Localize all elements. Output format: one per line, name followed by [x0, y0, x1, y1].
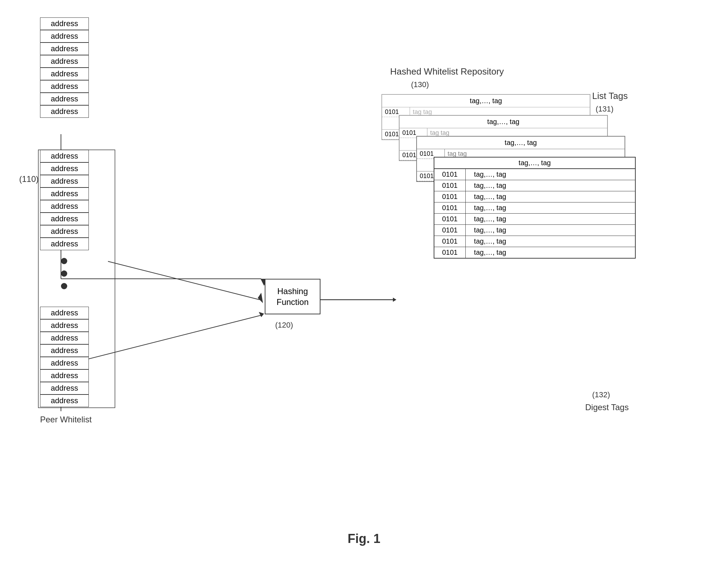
repo-row-1: 0101 tag,…, tag: [434, 169, 635, 180]
list-tags-number: (131): [596, 105, 613, 114]
hash-cell: 0101: [434, 214, 466, 224]
figure-caption: Fig. 1: [348, 531, 380, 546]
address-item: address: [40, 150, 89, 162]
tag-cell: tag,…, tag: [466, 236, 514, 247]
middle-address-group: address address address address address …: [40, 150, 89, 250]
address-item: address: [40, 17, 89, 30]
address-item: address: [40, 43, 89, 55]
hash-cell: 0101: [434, 191, 466, 202]
tag-cell: tag,…, tag: [466, 202, 514, 213]
dot-2: [61, 270, 67, 277]
address-item: address: [40, 307, 89, 319]
repo-row-7: 0101 tag,…, tag: [434, 236, 635, 247]
address-item: address: [40, 200, 89, 213]
top-address-group: address address address address address …: [40, 17, 89, 118]
address-item: address: [40, 68, 89, 80]
svg-line-7: [61, 315, 261, 366]
repo-row-4: 0101 tag,…, tag: [434, 202, 635, 214]
repo-header-top: tag,…, tag: [434, 158, 635, 169]
hashing-function-number: (120): [275, 321, 293, 330]
dot-1: [61, 258, 67, 264]
hash-cell: 0101: [434, 180, 466, 191]
list-tags-label: List Tags: [592, 91, 628, 101]
address-item: address: [40, 238, 89, 250]
tag-cell: tag,…, tag: [466, 214, 514, 224]
address-item: address: [40, 332, 89, 344]
address-item: address: [40, 105, 89, 118]
tag-cell: tag,…, tag: [466, 180, 514, 191]
address-item: address: [40, 55, 89, 68]
address-item: address: [40, 382, 89, 394]
repo-row-2: 0101 tag,…, tag: [434, 180, 635, 191]
peer-whitelist-label: Peer Whitelist: [40, 415, 92, 424]
hash-cell: 0101: [434, 169, 466, 180]
hashed-whitelist-number: (130): [411, 80, 429, 89]
hashed-whitelist-label: Hashed Whitelist Repository: [390, 66, 504, 77]
svg-line-4: [108, 261, 260, 300]
main-repository-table: tag,…, tag 0101 tag,…, tag 0101 tag,…, t…: [434, 157, 636, 259]
address-item: address: [40, 357, 89, 369]
address-item: address: [40, 175, 89, 187]
address-item: address: [40, 30, 89, 43]
address-item: address: [40, 187, 89, 200]
address-item: address: [40, 319, 89, 332]
tag-cell: tag,…, tag: [466, 247, 514, 258]
svg-marker-8: [259, 312, 264, 317]
hashing-function-label: Hashing Function: [277, 286, 309, 307]
peer-whitelist-number: (110): [19, 174, 39, 184]
repo-row-6: 0101 tag,…, tag: [434, 225, 635, 236]
repo-row-3: 0101 tag,…, tag: [434, 191, 635, 202]
address-item: address: [40, 394, 89, 407]
hash-cell: 0101: [434, 236, 466, 247]
address-item: address: [40, 344, 89, 357]
address-item: address: [40, 213, 89, 225]
dots-group: [61, 258, 67, 289]
address-item: address: [40, 80, 89, 93]
hash-cell: 0101: [434, 225, 466, 236]
hash-cell: 0101: [434, 247, 466, 258]
dot-3: [61, 283, 67, 289]
repo-row-5: 0101 tag,…, tag: [434, 214, 635, 225]
address-item: address: [40, 162, 89, 175]
digest-tags-label: Digest Tags: [585, 403, 629, 412]
address-item: address: [40, 369, 89, 382]
tag-cell: tag,…, tag: [466, 191, 514, 202]
address-item: address: [40, 93, 89, 105]
tag-cell: tag,…, tag: [466, 169, 514, 180]
hash-cell: 0101: [434, 202, 466, 213]
hashing-function-box: Hashing Function: [265, 279, 320, 314]
bottom-address-group: address address address address address …: [40, 307, 89, 407]
svg-marker-5: [258, 293, 263, 303]
repo-row-8: 0101 tag,…, tag: [434, 247, 635, 258]
tag-cell: tag,…, tag: [466, 225, 514, 236]
svg-marker-10: [393, 298, 396, 302]
address-item: address: [40, 225, 89, 238]
digest-tags-number: (132): [592, 390, 610, 399]
